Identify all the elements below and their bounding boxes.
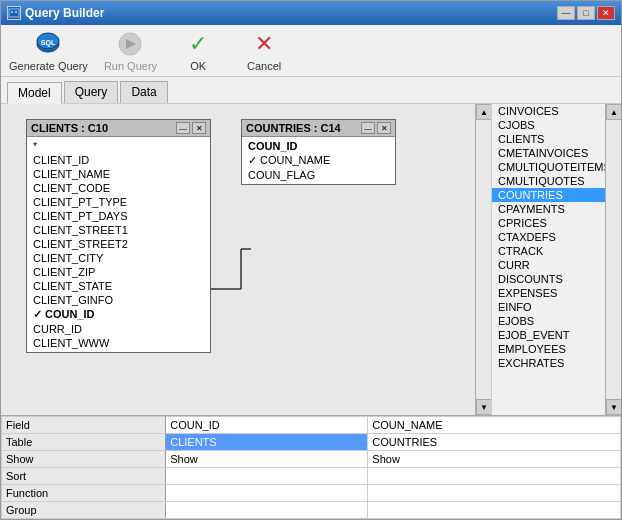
grid-row-group: Group bbox=[2, 502, 621, 519]
maximize-button[interactable]: □ bbox=[577, 6, 595, 20]
clients-field-code[interactable]: CLIENT_CODE bbox=[31, 181, 206, 195]
clients-table-buttons: — ✕ bbox=[176, 122, 206, 134]
grid-cell-table-countries[interactable]: COUNTRIES bbox=[368, 434, 621, 451]
grid-cell-table-clients[interactable]: CLIENTS bbox=[166, 434, 368, 451]
generate-query-icon: SQL bbox=[34, 30, 62, 58]
countries-field-coun-name[interactable]: COUN_NAME bbox=[246, 153, 391, 168]
clients-field-street2[interactable]: CLIENT_STREET2 bbox=[31, 237, 206, 251]
scroll-down-btn[interactable]: ▼ bbox=[476, 399, 491, 415]
list-item-ctrack[interactable]: CTRACK bbox=[492, 244, 605, 258]
list-item-countries[interactable]: COUNTRIES bbox=[492, 188, 605, 202]
grid-cell-field-clients[interactable]: COUN_ID bbox=[166, 417, 368, 434]
clients-field-id[interactable]: CLIENT_ID bbox=[31, 153, 206, 167]
list-item-ctaxdefs[interactable]: CTAXDEFS bbox=[492, 230, 605, 244]
grid-cell-field-countries[interactable]: COUN_NAME bbox=[368, 417, 621, 434]
scroll-track-y[interactable] bbox=[476, 120, 491, 399]
title-text: Query Builder bbox=[25, 6, 104, 20]
tab-query[interactable]: Query bbox=[64, 81, 119, 103]
canvas-area: CLIENTS : C10 — ✕ * CLIENT_ID CLIENT_NAM… bbox=[1, 104, 491, 415]
clients-field-state[interactable]: CLIENT_STATE bbox=[31, 279, 206, 293]
clients-field-www[interactable]: CLIENT_WWW bbox=[31, 336, 206, 350]
clients-field-zip[interactable]: CLIENT_ZIP bbox=[31, 265, 206, 279]
clients-table-header: CLIENTS : C10 — ✕ bbox=[27, 120, 210, 137]
title-controls: — □ ✕ bbox=[557, 6, 615, 20]
grid-cell-show-clients[interactable]: Show bbox=[166, 451, 368, 468]
grid-cell-function-countries[interactable] bbox=[368, 485, 621, 502]
list-item-expenses[interactable]: EXPENSES bbox=[492, 286, 605, 300]
ok-icon: ✓ bbox=[184, 30, 212, 58]
close-button[interactable]: ✕ bbox=[597, 6, 615, 20]
row-header-field: Field bbox=[2, 417, 166, 434]
list-item-discounts[interactable]: DISCOUNTS bbox=[492, 272, 605, 286]
countries-table-header: COUNTRIES : C14 — ✕ bbox=[242, 120, 395, 137]
clients-field-name[interactable]: CLIENT_NAME bbox=[31, 167, 206, 181]
countries-minimize-btn[interactable]: — bbox=[361, 122, 375, 134]
scroll-up-btn[interactable]: ▲ bbox=[476, 104, 491, 120]
canvas-scrollbar-y[interactable]: ▲ ▼ bbox=[475, 104, 491, 415]
grid-cell-sort-clients[interactable] bbox=[166, 468, 368, 485]
grid-row-show: Show Show Show bbox=[2, 451, 621, 468]
toolbar: SQL Generate Query Run Query ✓ OK ✕ bbox=[1, 25, 621, 77]
list-item-employees[interactable]: EMPLOYEES bbox=[492, 342, 605, 356]
grid-cell-group-clients[interactable] bbox=[166, 502, 368, 519]
grid-cell-group-countries[interactable] bbox=[368, 502, 621, 519]
grid-row-sort: Sort bbox=[2, 468, 621, 485]
ok-label: OK bbox=[190, 60, 206, 72]
tab-data[interactable]: Data bbox=[120, 81, 167, 103]
tabs: Model Query Data bbox=[1, 77, 621, 104]
countries-close-btn[interactable]: ✕ bbox=[377, 122, 391, 134]
clients-field-street1[interactable]: CLIENT_STREET1 bbox=[31, 223, 206, 237]
ok-button[interactable]: ✓ OK bbox=[173, 30, 223, 72]
right-panel: CINVOICES CJOBS CLIENTS CMETAINVOICES CM… bbox=[491, 104, 621, 415]
right-panel-inner: CINVOICES CJOBS CLIENTS CMETAINVOICES CM… bbox=[492, 104, 621, 415]
clients-field-star[interactable]: * bbox=[31, 139, 206, 153]
clients-field-pt-days[interactable]: CLIENT_PT_DAYS bbox=[31, 209, 206, 223]
right-scroll-track[interactable] bbox=[606, 120, 621, 399]
grid-cell-show-countries[interactable]: Show bbox=[368, 451, 621, 468]
list-item-ejobs[interactable]: EJOBS bbox=[492, 314, 605, 328]
tab-model[interactable]: Model bbox=[7, 82, 62, 104]
right-scrollbar[interactable]: ▲ ▼ bbox=[605, 104, 621, 415]
clients-close-btn[interactable]: ✕ bbox=[192, 122, 206, 134]
right-scroll-up[interactable]: ▲ bbox=[606, 104, 621, 120]
clients-field-curr-id[interactable]: CURR_ID bbox=[31, 322, 206, 336]
row-header-function: Function bbox=[2, 485, 166, 502]
grid-row-field: Field COUN_ID COUN_NAME bbox=[2, 417, 621, 434]
clients-field-pt-type[interactable]: CLIENT_PT_TYPE bbox=[31, 195, 206, 209]
list-item-clients[interactable]: CLIENTS bbox=[492, 132, 605, 146]
list-item-cmultiquotes[interactable]: CMULTIQUOTES bbox=[492, 174, 605, 188]
list-item-cpayments[interactable]: CPAYMENTS bbox=[492, 202, 605, 216]
cancel-button[interactable]: ✕ Cancel bbox=[239, 30, 289, 72]
main-area: CLIENTS : C10 — ✕ * CLIENT_ID CLIENT_NAM… bbox=[1, 104, 621, 415]
generate-query-button[interactable]: SQL Generate Query bbox=[9, 30, 88, 72]
list-item-cmultiquoteitems[interactable]: CMULTIQUOTEITEMS bbox=[492, 160, 605, 174]
svg-rect-0 bbox=[9, 9, 19, 17]
run-query-label: Run Query bbox=[104, 60, 157, 72]
list-item-cinvoices[interactable]: CINVOICES bbox=[492, 104, 605, 118]
list-item-einfo[interactable]: EINFO bbox=[492, 300, 605, 314]
grid-cell-sort-countries[interactable] bbox=[368, 468, 621, 485]
minimize-button[interactable]: — bbox=[557, 6, 575, 20]
row-header-sort: Sort bbox=[2, 468, 166, 485]
cancel-icon: ✕ bbox=[250, 30, 278, 58]
list-item-cmetainvoices[interactable]: CMETAINVOICES bbox=[492, 146, 605, 160]
clients-field-coun-id[interactable]: COUN_ID bbox=[31, 307, 206, 322]
grid-cell-function-clients[interactable] bbox=[166, 485, 368, 502]
list-item-exchrates[interactable]: EXCHRATES bbox=[492, 356, 605, 370]
clients-minimize-btn[interactable]: — bbox=[176, 122, 190, 134]
query-builder-window: Query Builder — □ ✕ SQL Generate Query bbox=[0, 0, 622, 520]
run-query-button[interactable]: Run Query bbox=[104, 30, 157, 72]
list-item-cprices[interactable]: CPRICES bbox=[492, 216, 605, 230]
list-item-ejob-event[interactable]: EJOB_EVENT bbox=[492, 328, 605, 342]
title-bar: Query Builder — □ ✕ bbox=[1, 1, 621, 25]
countries-field-coun-id[interactable]: COUN_ID bbox=[246, 139, 391, 153]
bottom-grid: Field COUN_ID COUN_NAME Table CLIENTS CO… bbox=[1, 415, 621, 519]
right-scroll-down[interactable]: ▼ bbox=[606, 399, 621, 415]
clients-field-city[interactable]: CLIENT_CITY bbox=[31, 251, 206, 265]
row-header-group: Group bbox=[2, 502, 166, 519]
tables-list: CINVOICES CJOBS CLIENTS CMETAINVOICES CM… bbox=[492, 104, 605, 370]
list-item-cjobs[interactable]: CJOBS bbox=[492, 118, 605, 132]
clients-field-ginfo[interactable]: CLIENT_GINFO bbox=[31, 293, 206, 307]
countries-field-coun-flag[interactable]: COUN_FLAG bbox=[246, 168, 391, 182]
list-item-curr[interactable]: CURR bbox=[492, 258, 605, 272]
